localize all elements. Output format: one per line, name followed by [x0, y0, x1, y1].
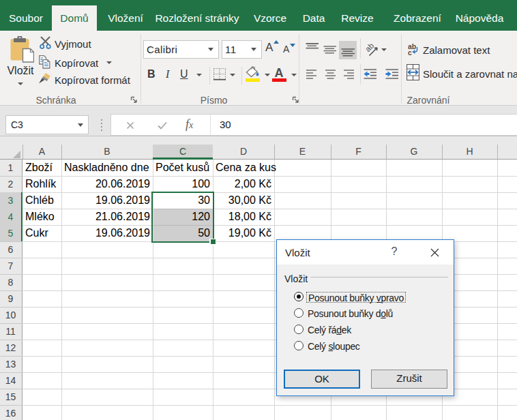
svg-text:c: c: [408, 48, 412, 56]
